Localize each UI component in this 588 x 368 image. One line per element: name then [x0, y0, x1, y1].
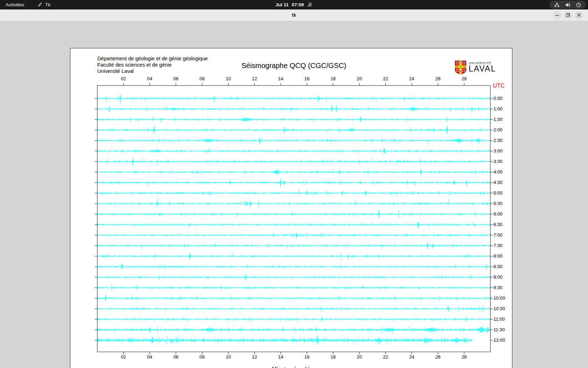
maximize-button[interactable] — [564, 11, 572, 19]
x-tick-label-top: 18 — [327, 76, 339, 81]
utc-time-label: 10:30 — [493, 306, 505, 311]
utc-time-label: 10:00 — [493, 295, 505, 301]
x-tick-label-bottom: 18 — [327, 354, 339, 360]
x-tick-label-top: 04 — [144, 76, 156, 81]
utc-time-label: 2:00 — [493, 127, 503, 132]
x-tick-label-top: 14 — [275, 76, 287, 81]
x-tick-label-bottom: 26 — [432, 354, 444, 360]
x-tick-label-bottom: 20 — [354, 354, 365, 360]
utc-time-label: 11:30 — [493, 327, 505, 332]
clock-button[interactable]: Jul 11 07:59 — [275, 2, 304, 7]
x-tick-label-top: 28 — [458, 76, 470, 81]
utc-time-label: 6:30 — [493, 222, 503, 227]
minimize-button[interactable] — [553, 11, 561, 19]
clock-time: 07:59 — [292, 2, 304, 7]
x-tick-label-bottom: 16 — [301, 354, 313, 360]
utc-time-label: 9:00 — [493, 274, 503, 280]
x-tick-label-bottom: 08 — [196, 354, 208, 360]
helicorder-plot — [70, 48, 512, 368]
x-tick-label-top: 06 — [170, 76, 182, 81]
x-tick-label-top: 22 — [380, 76, 392, 81]
x-tick-label-bottom: 22 — [380, 354, 392, 360]
x-tick-label-bottom: 04 — [144, 354, 156, 360]
utc-time-label: 1:30 — [493, 117, 503, 122]
gnome-top-bar: Activities Tk Jul 11 07:59 — [0, 0, 588, 9]
utc-time-label: 11:00 — [493, 316, 505, 322]
utc-time-label: 8:30 — [493, 264, 503, 269]
x-tick-label-top: 20 — [354, 76, 365, 81]
utc-time-label: 7:00 — [493, 232, 503, 238]
window-title: tk — [0, 9, 588, 21]
x-tick-label-top: 26 — [432, 76, 444, 81]
utc-time-label: 6:00 — [493, 211, 503, 217]
window-title-bar: tk — [0, 9, 588, 21]
tk-window-content: Département de géologie et de génie géol… — [0, 21, 588, 368]
x-tick-label-top: 12 — [248, 76, 260, 81]
x-tick-label-top: 24 — [406, 76, 418, 81]
utc-time-label: 8:00 — [493, 253, 503, 259]
utc-time-label: 0:30 — [493, 96, 503, 101]
utc-time-label: 4:30 — [493, 180, 503, 185]
x-tick-label-bottom: 10 — [222, 354, 234, 360]
x-tick-label-top: 02 — [118, 76, 130, 81]
network-icon — [554, 2, 560, 8]
volume-icon — [565, 2, 570, 8]
close-button[interactable] — [575, 11, 583, 19]
x-tick-label-top: 10 — [222, 76, 234, 81]
utc-time-label: 12:00 — [493, 338, 505, 343]
x-tick-label-top: 16 — [301, 76, 313, 81]
notifications-muted-icon — [307, 2, 313, 7]
utc-time-label: 7:30 — [493, 243, 503, 248]
utc-time-label: 1:00 — [493, 106, 503, 111]
clock-date: Jul 11 — [275, 2, 289, 7]
power-icon — [576, 2, 581, 8]
utc-time-label: 2:30 — [493, 138, 503, 143]
x-tick-label-bottom: 02 — [118, 354, 130, 360]
utc-time-label: 9:30 — [493, 285, 503, 290]
utc-time-label: 5:00 — [493, 190, 503, 196]
x-tick-label-top: 08 — [196, 76, 208, 81]
x-tick-label-bottom: 12 — [248, 354, 260, 360]
x-tick-label-bottom: 06 — [170, 354, 182, 360]
utc-time-label: 3:30 — [493, 159, 503, 164]
seismograph-canvas: Département de géologie et de génie géol… — [70, 48, 512, 368]
utc-time-label: 4:00 — [493, 169, 503, 175]
x-tick-label-bottom: 24 — [406, 354, 418, 360]
x-tick-label-bottom: 28 — [458, 354, 470, 360]
system-tray[interactable] — [550, 1, 586, 9]
x-tick-label-bottom: 14 — [275, 354, 287, 360]
utc-time-label: 5:30 — [493, 201, 503, 206]
utc-time-label: 3:00 — [493, 148, 503, 154]
